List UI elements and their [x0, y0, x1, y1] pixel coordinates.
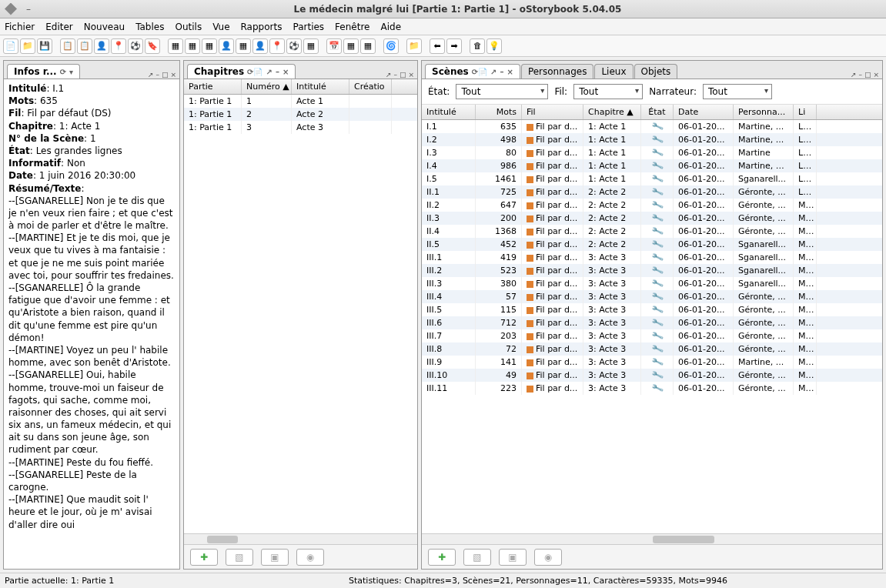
toolbar-button[interactable]: ▦ [303, 38, 319, 54]
delete-button[interactable]: ▧ [463, 549, 491, 566]
toolbar-button[interactable]: ➡ [446, 38, 462, 54]
table-row[interactable]: II.41368Fil par d...2: Acte 2🔧06-01-20..… [422, 225, 882, 238]
table-row[interactable]: 1: Partie 11Acte 1 [184, 95, 417, 108]
filter-fil-combo[interactable]: Tout [573, 84, 643, 99]
toolbar-button[interactable]: ⚽ [286, 38, 302, 54]
table-row[interactable]: III.6712Fil par d...3: Acte 3🔧06-01-20..… [422, 316, 882, 329]
toolbar-button[interactable]: 🌀 [383, 38, 399, 54]
table-row[interactable]: III.2523Fil par d...3: Acte 3🔧06-01-20..… [422, 264, 882, 277]
menu-fenêtre[interactable]: Fenêtre [335, 22, 369, 32]
toolbar-button[interactable]: 👤 [94, 38, 109, 54]
toolbar-button[interactable]: 📍 [111, 38, 126, 54]
tab-personnages[interactable]: Personnages [521, 64, 594, 79]
table-row[interactable]: 1: Partie 12Acte 2 [184, 108, 417, 121]
th-numero[interactable]: Numéro ▲ [242, 79, 292, 94]
table-row[interactable]: I.51461Fil par d...1: Acte 1🔧06-01-20...… [422, 172, 882, 185]
menu-outils[interactable]: Outils [175, 22, 202, 32]
toolbar-button[interactable]: 📄 [3, 38, 18, 54]
max-icon[interactable]: □ [400, 71, 406, 79]
tab-lieux[interactable]: Lieux [594, 64, 633, 79]
tab-chapitres[interactable]: Chapitres ⟳📄 ↗ – × [187, 64, 296, 79]
table-row[interactable]: III.1049Fil par d...3: Acte 3🔧06-01-20..… [422, 369, 882, 382]
toolbar-button[interactable]: ▦ [185, 38, 200, 54]
close-icon[interactable]: × [170, 71, 176, 79]
table-row[interactable]: III.872Fil par d...3: Acte 3🔧06-01-20...… [422, 342, 882, 356]
toolbar-button[interactable]: 👤 [219, 38, 234, 54]
close-icon[interactable]: × [507, 68, 513, 76]
filter-etat-combo[interactable]: Tout [456, 84, 548, 99]
max-icon[interactable]: □ [864, 71, 871, 79]
pin-icon[interactable]: ↗ [266, 68, 272, 76]
toolbar-button[interactable]: 💡 [486, 38, 502, 54]
tab-scenes[interactable]: Scènes ⟳📄 ↗ – × [425, 64, 520, 79]
th-partie[interactable]: Partie [184, 79, 242, 94]
tab-infos[interactable]: Infos r... ⟳ ▾ [7, 64, 80, 79]
menu-aide[interactable]: Aide [380, 22, 401, 32]
menu-nouveau[interactable]: Nouveau [84, 22, 125, 32]
pin-icon[interactable]: ↗ [148, 71, 154, 79]
toolbar-button[interactable]: 📁 [406, 38, 422, 54]
min-icon[interactable]: – [500, 68, 504, 76]
refresh-icon[interactable]: ⟳📄 [472, 68, 487, 76]
pin-icon[interactable]: ↗ [490, 68, 496, 76]
menu-vue[interactable]: Vue [212, 22, 229, 32]
table-row[interactable]: I.380Fil par d...1: Acte 1🔧06-01-20...Ma… [422, 146, 882, 159]
th-pers[interactable]: Personna... [734, 105, 794, 119]
table-row[interactable]: II.3200Fil par d...2: Acte 2🔧06-01-20...… [422, 212, 882, 225]
pin-icon[interactable]: ↗ [386, 71, 392, 79]
toolbar-button[interactable]: ▦ [360, 38, 376, 54]
close-icon[interactable]: × [283, 68, 289, 76]
table-row[interactable]: III.1419Fil par d...3: Acte 3🔧06-01-20..… [422, 251, 882, 264]
min-icon[interactable]: – [858, 71, 862, 79]
refresh-icon[interactable]: ⟳📄 [247, 68, 262, 76]
toolbar-button[interactable]: ▦ [343, 38, 359, 54]
menu-editer[interactable]: Editer [45, 22, 73, 32]
delete-button[interactable]: ▧ [226, 549, 253, 566]
th-mots[interactable]: Mots [476, 105, 522, 119]
toolbar-button[interactable]: 📅 [326, 38, 342, 54]
tab-objets[interactable]: Objets [634, 64, 678, 79]
table-row[interactable]: 1: Partie 13Acte 3 [184, 121, 417, 134]
close-icon[interactable]: × [408, 71, 414, 79]
toolbar-button[interactable]: ⚽ [128, 38, 143, 54]
filter-narr-combo[interactable]: Tout [703, 84, 772, 99]
toolbar-button[interactable]: 💾 [37, 38, 52, 54]
copy-button[interactable]: ▣ [499, 549, 527, 566]
toolbar-button[interactable]: ▦ [236, 38, 251, 54]
toolbar-button[interactable]: ⬅ [430, 38, 445, 54]
table-row[interactable]: III.7203Fil par d...3: Acte 3🔧06-01-20..… [422, 329, 882, 342]
menu-parties[interactable]: Parties [293, 22, 324, 32]
toolbar-button[interactable]: ▦ [168, 38, 183, 54]
toolbar-button[interactable]: 📍 [269, 38, 285, 54]
th-etat[interactable]: État [641, 105, 674, 119]
minimize-icon[interactable]: – [26, 4, 31, 15]
h-scrollbar[interactable] [422, 533, 882, 544]
add-button[interactable]: ✚ [190, 549, 218, 566]
th-chapitre[interactable]: Chapitre ▲ [583, 105, 641, 119]
table-row[interactable]: II.5452Fil par d...2: Acte 2🔧06-01-20...… [422, 238, 882, 251]
toolbar-button[interactable]: 📁 [20, 38, 35, 54]
th-intitule[interactable]: Intitulé [292, 79, 349, 94]
add-button[interactable]: ✚ [428, 549, 456, 566]
table-row[interactable]: II.1725Fil par d...2: Acte 2🔧06-01-20...… [422, 185, 882, 199]
refresh-button[interactable]: ◉ [534, 549, 562, 566]
table-row[interactable]: III.3380Fil par d...3: Acte 3🔧06-01-20..… [422, 277, 882, 290]
toolbar-button[interactable]: 👤 [252, 38, 268, 54]
th-date[interactable]: Date [674, 105, 734, 119]
refresh-button[interactable]: ◉ [296, 549, 324, 566]
table-row[interactable]: I.1635Fil par d...1: Acte 1🔧06-01-20...M… [422, 120, 882, 133]
min-icon[interactable]: – [393, 71, 397, 79]
th-li[interactable]: Li [794, 105, 817, 119]
pin-icon[interactable]: ↗ [851, 71, 857, 79]
table-row[interactable]: III.457Fil par d...3: Acte 3🔧06-01-20...… [422, 290, 882, 303]
toolbar-button[interactable]: 📋 [77, 38, 92, 54]
table-row[interactable]: III.9141Fil par d...3: Acte 3🔧06-01-20..… [422, 356, 882, 369]
table-row[interactable]: I.4986Fil par d...1: Acte 1🔧06-01-20...M… [422, 159, 882, 172]
options-icon[interactable]: ▾ [69, 68, 73, 76]
toolbar-button[interactable]: 📋 [60, 38, 75, 54]
menu-tables[interactable]: Tables [135, 22, 164, 32]
table-row[interactable]: III.11223Fil par d...3: Acte 3🔧06-01-20.… [422, 382, 882, 395]
menu-rapports[interactable]: Rapports [241, 22, 283, 32]
table-row[interactable]: I.2498Fil par d...1: Acte 1🔧06-01-20...M… [422, 133, 882, 146]
min-icon[interactable]: – [155, 71, 159, 79]
